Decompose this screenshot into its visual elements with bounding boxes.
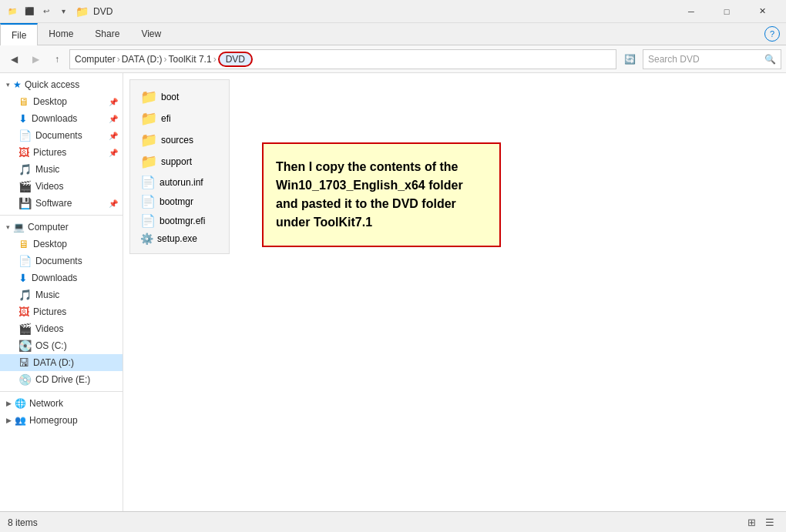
ribbon-tabs: File Home Share View ? — [0, 23, 786, 45]
status-bar: 8 items ⊞ ☰ — [0, 511, 786, 532]
quick-access-header[interactable]: ▾ ★ Quick access — [0, 76, 123, 93]
list-item-bootmgr[interactable]: 📄 bootmgr — [136, 192, 223, 211]
sidebar-item-downloads-qa[interactable]: ⬇ Downloads 📌 — [0, 110, 123, 127]
music-icon: 🎵 — [18, 163, 32, 176]
sidebar-item-desktop-c[interactable]: 🖥 Desktop — [0, 236, 123, 253]
up-button[interactable]: ↑ — [48, 50, 66, 69]
sidebar-item-videos-c[interactable]: 🎬 Videos — [0, 320, 123, 337]
homegroup-header[interactable]: ▶ 👥 Homegroup — [0, 412, 123, 429]
address-box[interactable]: Computer › DATA (D:) › ToolKit 7.1 › DVD — [69, 49, 616, 69]
close-button[interactable]: ✕ — [744, 0, 780, 23]
sidebar-label-music-qa: Music — [35, 164, 59, 175]
tab-file[interactable]: File — [0, 23, 38, 45]
sidebar-item-downloads-c[interactable]: ⬇ Downloads — [0, 269, 123, 286]
downloads-c-icon: ⬇ — [18, 272, 28, 284]
sidebar-label-documents-qa: Documents — [35, 130, 82, 141]
sidebar-item-desktop-qa[interactable]: 🖥 Desktop 📌 — [0, 93, 123, 110]
list-item-efi[interactable]: 📁 efi — [136, 108, 223, 129]
quick-access-icon: ⬛ — [23, 5, 35, 18]
documents-c-icon: 📄 — [18, 255, 32, 267]
software-icon: 💾 — [18, 197, 32, 209]
sidebar-divider-2 — [0, 391, 123, 392]
sidebar-label-downloads-qa: Downloads — [32, 113, 77, 124]
main-layout: ▾ ★ Quick access 🖥 Desktop 📌 ⬇ Downloads… — [0, 73, 786, 511]
sidebar-item-software-qa[interactable]: 💾 Software 📌 — [0, 195, 123, 212]
annotation-box: Then I copy the contents of the Win10_17… — [262, 142, 501, 247]
music-c-icon: 🎵 — [18, 289, 32, 301]
pin-icon-desktop: 📌 — [109, 98, 118, 106]
dropdown-icon[interactable]: ▾ — [57, 5, 69, 18]
network-icon: 🌐 — [15, 398, 26, 409]
sidebar-item-data-d[interactable]: 🖫 DATA (D:) — [0, 354, 123, 371]
breadcrumb-dvd[interactable]: DVD — [218, 52, 253, 67]
sidebar-item-music-c[interactable]: 🎵 Music — [0, 286, 123, 303]
title-bar: 📁 ⬛ ↩ ▾ 📁 DVD ─ □ ✕ — [0, 0, 786, 23]
homegroup-section: ▶ 👥 Homegroup — [0, 412, 123, 429]
homegroup-icon: 👥 — [15, 415, 26, 426]
details-view-button[interactable]: ⊞ — [743, 514, 760, 531]
downloads-icon: ⬇ — [18, 112, 28, 125]
file-label-autorun: autorun.inf — [160, 177, 203, 188]
file-label-support: support — [161, 156, 192, 167]
sidebar-item-documents-qa[interactable]: 📄 Documents 📌 — [0, 127, 123, 144]
pin-icon-documents: 📌 — [109, 132, 118, 140]
list-item-sources[interactable]: 📁 sources — [136, 129, 223, 151]
quick-access-chevron: ▾ — [6, 81, 10, 89]
folder-icon-support: 📁 — [140, 153, 157, 170]
computer-chevron: ▾ — [6, 223, 10, 231]
videos-icon: 🎬 — [18, 180, 32, 192]
tab-home[interactable]: Home — [38, 23, 84, 45]
sidebar-item-documents-c[interactable]: 📄 Documents — [0, 253, 123, 269]
sidebar-item-cd-e[interactable]: 💿 CD Drive (E:) — [0, 371, 123, 388]
sidebar-label-videos-qa: Videos — [35, 181, 63, 192]
pin-icon-pictures: 📌 — [109, 149, 118, 157]
quick-access-section: ▾ ★ Quick access 🖥 Desktop 📌 ⬇ Downloads… — [0, 76, 123, 212]
refresh-button[interactable]: 🔄 — [620, 49, 640, 69]
list-item-setup[interactable]: ⚙️ setup.exe — [136, 230, 223, 247]
sidebar-label-pictures-qa: Pictures — [33, 147, 66, 158]
pin-icon-software: 📌 — [109, 199, 118, 208]
search-box[interactable]: Search DVD 🔍 — [643, 49, 781, 69]
os-drive-icon: 💽 — [18, 340, 32, 352]
homegroup-label: Homegroup — [29, 415, 78, 426]
window-title: DVD — [93, 6, 113, 17]
maximize-button[interactable]: □ — [709, 0, 744, 23]
content-area: 📁 boot 📁 efi 📁 sources 📁 support 📄 autor… — [123, 73, 786, 511]
sidebar-item-music-qa[interactable]: 🎵 Music — [0, 161, 123, 178]
sidebar-item-pictures-qa[interactable]: 🖼 Pictures 📌 — [0, 144, 123, 161]
pin-icon-downloads: 📌 — [109, 115, 118, 123]
sidebar-label-cd-e: CD Drive (E:) — [35, 374, 90, 385]
list-item-autorun[interactable]: 📄 autorun.inf — [136, 172, 223, 192]
back-button[interactable]: ◀ — [5, 50, 23, 69]
sidebar-item-os-c[interactable]: 💽 OS (C:) — [0, 337, 123, 354]
sidebar-label-pictures-c: Pictures — [33, 306, 66, 317]
help-button[interactable]: ? — [764, 26, 780, 42]
forward-button[interactable]: ▶ — [26, 50, 45, 69]
list-item-support[interactable]: 📁 support — [136, 151, 223, 172]
breadcrumb-data-d[interactable]: DATA (D:) — [122, 54, 163, 65]
tab-share[interactable]: Share — [84, 23, 130, 45]
sidebar-label-software-qa: Software — [35, 198, 72, 209]
folder-icon-sources: 📁 — [140, 132, 157, 149]
network-label: Network — [29, 398, 63, 409]
file-label-setup: setup.exe — [157, 233, 197, 244]
network-header[interactable]: ▶ 🌐 Network — [0, 395, 123, 412]
homegroup-chevron: ▶ — [6, 417, 12, 424]
tab-view[interactable]: View — [130, 23, 172, 45]
list-view-button[interactable]: ☰ — [761, 514, 778, 531]
breadcrumb-toolkit[interactable]: ToolKit 7.1 — [169, 54, 212, 65]
breadcrumb-computer[interactable]: Computer — [75, 54, 116, 65]
list-item-boot[interactable]: 📁 boot — [136, 86, 223, 108]
sidebar-divider-1 — [0, 215, 123, 216]
minimize-button[interactable]: ─ — [673, 0, 709, 23]
file-list-panel: 📁 boot 📁 efi 📁 sources 📁 support 📄 autor… — [129, 79, 230, 254]
sidebar-label-documents-c: Documents — [35, 256, 82, 266]
file-label-boot: boot — [161, 92, 179, 102]
sidebar-item-videos-qa[interactable]: 🎬 Videos — [0, 178, 123, 195]
desktop-c-icon: 🖥 — [18, 238, 29, 250]
list-item-bootmgr-efi[interactable]: 📄 bootmgr.efi — [136, 211, 223, 230]
pictures-icon: 🖼 — [18, 146, 29, 159]
file-icon-bootmgr: 📄 — [140, 194, 156, 209]
computer-header[interactable]: ▾ 💻 Computer — [0, 219, 123, 236]
sidebar-item-pictures-c[interactable]: 🖼 Pictures — [0, 303, 123, 320]
